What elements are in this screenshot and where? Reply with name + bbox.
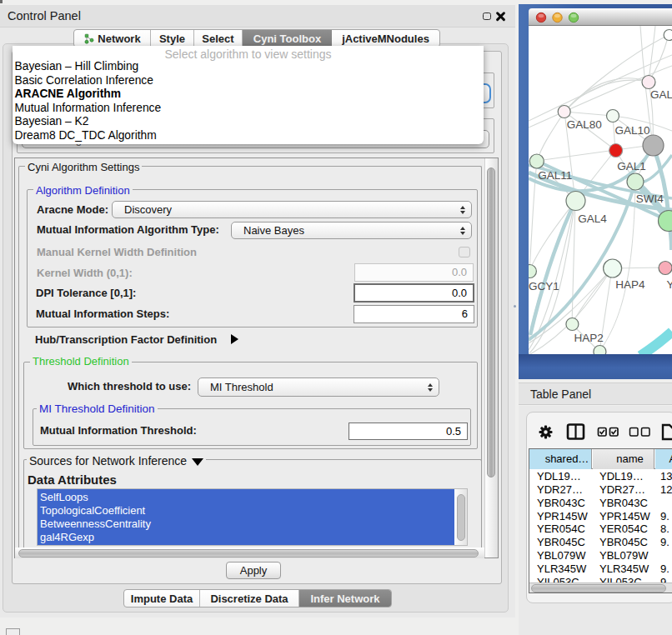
svg-text:HAP4: HAP4	[615, 278, 645, 291]
svg-text:GCY1: GCY1	[529, 280, 559, 292]
svg-text:Y: Y	[666, 278, 672, 291]
svg-text:GAL10: GAL10	[614, 124, 649, 137]
svg-text:HAP2: HAP2	[574, 332, 604, 344]
svg-text:GAL4: GAL4	[578, 212, 607, 225]
svg-text:GAL80: GAL80	[567, 118, 602, 131]
svg-text:GAL1: GAL1	[617, 160, 646, 172]
svg-text:GAL: GAL	[650, 88, 672, 101]
svg-text:SWI4: SWI4	[636, 192, 664, 205]
svg-text:GAL11: GAL11	[538, 169, 572, 182]
